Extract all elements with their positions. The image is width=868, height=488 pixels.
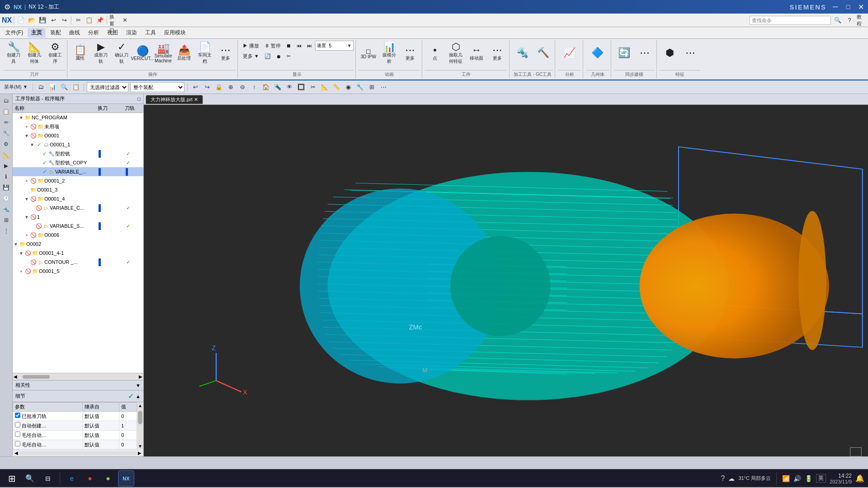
taskview-btn[interactable]: ⊟ bbox=[40, 470, 56, 487]
more-op-btn[interactable]: ⋯ 更多 bbox=[216, 41, 236, 66]
filter-selector[interactable]: 无选择过滤器 bbox=[87, 82, 128, 92]
tree-row-O0001_3[interactable]: 📁 O0001_3 bbox=[13, 185, 143, 194]
feature-btn[interactable]: ⬢ bbox=[660, 41, 679, 65]
generate-tool-path-btn[interactable]: ▶ 成形刀轨 bbox=[91, 41, 111, 66]
sidebar-tool-btn[interactable]: 🔧 bbox=[1, 128, 11, 138]
tree-row-O0001_2[interactable]: + 🚫 📁 O0001_2 bbox=[13, 176, 143, 185]
tree-row-variable-s[interactable]: 🚫 ▷ VARIABLE_S... ▌ ✓ bbox=[13, 221, 143, 230]
exp-O0006[interactable]: + bbox=[24, 233, 30, 238]
sidebar-db-btn[interactable]: 💾 bbox=[1, 183, 11, 192]
check-4[interactable] bbox=[15, 441, 20, 446]
tb-btn-12[interactable]: 🔦 bbox=[273, 82, 283, 92]
tb-btn-18[interactable]: ◉ bbox=[343, 82, 353, 92]
gc-btn2[interactable]: 🔨 bbox=[533, 41, 553, 65]
notification-btn[interactable]: 🔔 bbox=[855, 474, 864, 483]
help-btn[interactable]: ? bbox=[844, 15, 854, 25]
expand-O0001_1[interactable]: ▼ bbox=[29, 142, 35, 147]
qa-cut-btn[interactable]: ✂ bbox=[73, 15, 83, 25]
exp-O0001_4[interactable]: ▼ bbox=[24, 197, 30, 202]
sidebar-cam-btn[interactable]: 📐 bbox=[1, 150, 11, 160]
refresh-btn[interactable]: 🔄 bbox=[262, 52, 273, 61]
correlation-panel[interactable]: 相关性 ▼ bbox=[13, 380, 143, 390]
tb-btn-8[interactable]: ⊕ bbox=[226, 82, 236, 92]
play-btn[interactable]: ▶ 播放 bbox=[241, 41, 261, 51]
close-button[interactable]: ✕ bbox=[857, 3, 864, 10]
hscroll-left[interactable]: ◀ bbox=[14, 374, 17, 379]
menu-home[interactable]: 主页 bbox=[28, 28, 46, 38]
qa-paste-btn[interactable]: 📌 bbox=[95, 15, 105, 25]
tree-row-O0002[interactable]: ▼ 📁 O0002 bbox=[13, 239, 143, 249]
tree-row-O0001[interactable]: ▼ 🚫 📁 O0001 bbox=[13, 131, 143, 140]
sidebar-more-btn[interactable]: ⋮ bbox=[1, 226, 11, 236]
menu-analysis[interactable]: 分析 bbox=[85, 28, 103, 38]
sidebar-info-btn[interactable]: ℹ bbox=[1, 172, 11, 182]
property-btn[interactable]: 📋 属性 bbox=[70, 41, 90, 66]
feature-more-btn[interactable]: ⋯ bbox=[680, 41, 700, 65]
tree-row-O0001_4-1[interactable]: ▼ 🚫 📁 O0001_4-1 bbox=[13, 249, 143, 258]
lang-indicator[interactable]: 英 bbox=[816, 474, 826, 483]
sync-more-btn[interactable]: ⋯ bbox=[635, 41, 655, 65]
expand-unused[interactable]: + bbox=[24, 124, 30, 129]
help-icon-taskbar[interactable]: ? bbox=[721, 474, 725, 483]
tb-btn-4[interactable]: 📋 bbox=[71, 82, 81, 92]
pause-btn[interactable]: ⏸ 暂停 bbox=[262, 41, 283, 51]
sync-btn[interactable]: 🔄 bbox=[614, 41, 634, 65]
sidebar-prop-btn[interactable]: 📋 bbox=[1, 107, 11, 117]
verify-tool-path-btn[interactable]: ✓ 确认刀轨 bbox=[112, 41, 132, 66]
check-1[interactable] bbox=[15, 413, 20, 418]
sidebar-grid-btn[interactable]: ⊞ bbox=[1, 215, 11, 225]
exp-O0002[interactable]: ▼ bbox=[13, 242, 19, 247]
tree-row-contour1[interactable]: ✓ 🔧 型腔铣 ▌ ✓ bbox=[13, 149, 143, 158]
hscroll-thumb[interactable] bbox=[18, 375, 138, 379]
tree-row-O0001_1[interactable]: ▼ ✓ 🗂 O0001_1 bbox=[13, 140, 143, 149]
sidebar-assembly-btn[interactable]: ⚙ bbox=[1, 139, 11, 149]
tree-row-1[interactable]: ▼ 🚫 1 bbox=[13, 212, 143, 221]
tb-btn-17[interactable]: 📏 bbox=[331, 82, 341, 92]
tb-btn-21[interactable]: ⋯ bbox=[378, 82, 388, 92]
detail-row-1[interactable]: 已批准刀轨 默认值 0 bbox=[13, 412, 137, 421]
menu-render[interactable]: 渲染 bbox=[123, 28, 141, 38]
vericut-btn[interactable]: 🔵 VERICUT... bbox=[132, 41, 152, 66]
speed-arrow[interactable]: ▼ bbox=[345, 43, 353, 48]
tb-btn-20[interactable]: ⊞ bbox=[367, 82, 377, 92]
tree-row-unused[interactable]: + 🚫 📁 未用项 bbox=[13, 122, 143, 131]
tb-btn-14[interactable]: 🔲 bbox=[296, 82, 306, 92]
nx-home-btn[interactable]: NX bbox=[2, 15, 12, 25]
tb-btn-6[interactable]: ↪ bbox=[202, 82, 212, 92]
sidebar-hist-btn[interactable]: 🕐 bbox=[1, 193, 11, 203]
vp-tab-file[interactable]: 大力神杯放大版.prt ✕ bbox=[146, 95, 203, 104]
check-2[interactable] bbox=[15, 422, 20, 427]
hscroll-right[interactable]: ▶ bbox=[139, 374, 142, 379]
sidebar-sim-btn[interactable]: ▶ bbox=[1, 161, 11, 171]
menu-file[interactable]: 文件(F) bbox=[2, 28, 27, 38]
create-geometry-btn[interactable]: 📐 创建几何体 bbox=[24, 41, 44, 66]
tree-row-variable-c2[interactable]: 🚫 ▷ VARIABLE_C... ▌ ✓ bbox=[13, 203, 143, 212]
detail-row-4[interactable]: 毛坯自动… 默认值 0 bbox=[13, 440, 137, 450]
app-btn-other[interactable]: ● bbox=[100, 470, 116, 487]
detail-row-3[interactable]: 毛坯自动… 默认值 0 bbox=[13, 431, 137, 440]
edge-browser-btn[interactable]: e bbox=[64, 470, 80, 487]
3dipw-btn[interactable]: ◻ 3D IPW bbox=[359, 41, 378, 66]
point-btn[interactable]: • 点 bbox=[425, 41, 445, 66]
detail-check-btn[interactable]: ✓ bbox=[128, 392, 134, 400]
nav-hscroll[interactable]: ◀ ▶ bbox=[13, 373, 143, 380]
create-tool-btn[interactable]: 🔧 创建刀具 bbox=[4, 41, 24, 66]
tb-btn-13[interactable]: 👁 bbox=[284, 82, 294, 92]
qa-redo-btn[interactable]: ↪ bbox=[59, 15, 69, 25]
nx-taskbar-btn[interactable]: NX bbox=[118, 470, 134, 487]
more-display-btn[interactable]: ⋯ 更多 bbox=[400, 41, 420, 66]
speed-input[interactable] bbox=[327, 43, 345, 48]
prev-btn[interactable]: ⏮ bbox=[294, 42, 304, 50]
vscroll-up[interactable]: ▲ bbox=[137, 402, 143, 409]
menu-tools[interactable]: 工具 bbox=[142, 28, 160, 38]
vp-canvas[interactable]: ZMc M Z X bbox=[144, 105, 868, 456]
expand-nc[interactable]: ▼ bbox=[18, 115, 24, 120]
draft-analysis-btn[interactable]: 📊 拔模分析 bbox=[379, 41, 399, 66]
tree-row-variable-c[interactable]: ✓ ▷ VARIABLE_C... ▌ ▌ bbox=[13, 167, 143, 176]
tb-btn-7[interactable]: 🔒 bbox=[214, 82, 224, 92]
tree-row-nc-program[interactable]: ▼ 📁 NC_PROGRAM bbox=[13, 113, 143, 122]
tree-row-O0001_4[interactable]: ▼ 🚫 📁 O0001_4 bbox=[13, 194, 143, 203]
detail-collapse[interactable]: ▲ bbox=[136, 394, 141, 399]
geometry-btn[interactable]: 🔷 bbox=[588, 41, 608, 65]
maximize-button[interactable]: □ bbox=[844, 3, 852, 10]
